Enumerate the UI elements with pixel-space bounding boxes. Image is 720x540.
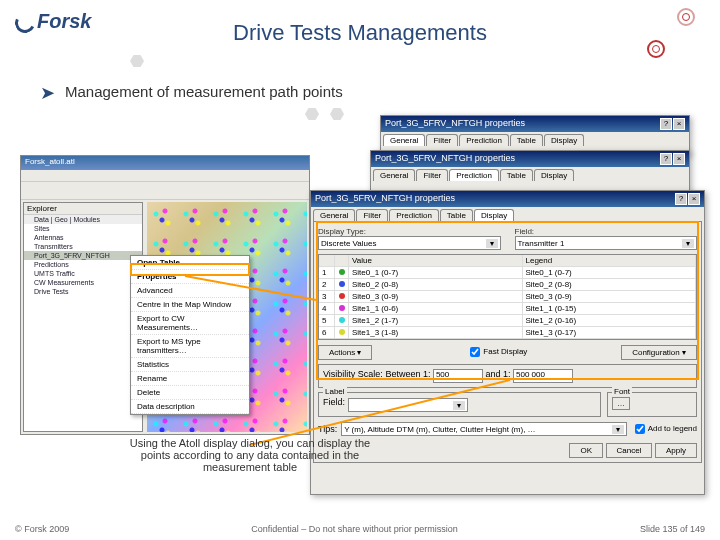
col-legend-header: Legend bbox=[523, 255, 697, 266]
menu-item[interactable]: Open Table bbox=[131, 256, 249, 270]
apply-button[interactable]: Apply bbox=[655, 443, 697, 458]
tab-prediction[interactable]: Prediction bbox=[459, 134, 509, 146]
menu-item[interactable]: Export to MS type transmitters… bbox=[131, 335, 249, 358]
app-toolbar[interactable] bbox=[21, 182, 309, 200]
tab-display[interactable]: Display bbox=[474, 209, 514, 221]
tree-item[interactable]: Drive Tests bbox=[24, 287, 142, 296]
chevron-down-icon[interactable]: ▾ bbox=[682, 239, 694, 248]
app-menubar[interactable] bbox=[21, 170, 309, 182]
tab-filter[interactable]: Filter bbox=[426, 134, 458, 146]
close-icon[interactable]: × bbox=[688, 193, 700, 205]
tree-item-selected[interactable]: Port_3G_5FRV_NFTGH bbox=[24, 251, 142, 260]
ok-button[interactable]: OK bbox=[569, 443, 603, 458]
menu-item[interactable]: Centre in the Map Window bbox=[131, 298, 249, 312]
tree-item[interactable]: Transmitters bbox=[24, 242, 142, 251]
configuration-button[interactable]: Configuration ▾ bbox=[621, 345, 697, 360]
visibility-frame: Visibility Scale: Between 1: 500 and 1: … bbox=[318, 364, 697, 388]
dialog-titlebar[interactable]: Port_3G_5FRV_NFTGH properties ?× bbox=[371, 151, 689, 167]
footer-slide-number: Slide 135 of 149 bbox=[640, 524, 705, 534]
tips-label: Tips: bbox=[318, 424, 337, 434]
row-legend: Site1_1 (0-15) bbox=[523, 303, 697, 314]
properties-dialog-back1: Port_3G_5FRV_NFTGH properties ?× General… bbox=[380, 115, 690, 155]
close-icon[interactable]: × bbox=[673, 153, 685, 165]
scale-max-input[interactable]: 500 000 bbox=[513, 369, 573, 383]
menu-item[interactable]: Delete bbox=[131, 386, 249, 400]
field-combo[interactable]: Transmitter 1▾ bbox=[515, 236, 698, 250]
tab-general[interactable]: General bbox=[383, 134, 425, 146]
chevron-down-icon[interactable]: ▾ bbox=[486, 239, 498, 248]
menu-item[interactable]: Advanced bbox=[131, 284, 249, 298]
tab-display[interactable]: Display bbox=[534, 169, 574, 181]
row-legend: Site1_2 (0-16) bbox=[523, 315, 697, 326]
tab-general[interactable]: General bbox=[373, 169, 415, 181]
add-legend-checkbox[interactable]: Add to legend bbox=[631, 421, 697, 437]
menu-item[interactable]: Statistics bbox=[131, 358, 249, 372]
tab-filter[interactable]: Filter bbox=[416, 169, 448, 181]
dialog-titlebar[interactable]: Port_3G_5FRV_NFTGH properties ?× bbox=[311, 191, 704, 207]
tab-table[interactable]: Table bbox=[510, 134, 543, 146]
tree-item[interactable]: Antennas bbox=[24, 233, 142, 242]
tips-combo[interactable]: Y (m), Altitude DTM (m), Clutter, Clutte… bbox=[341, 422, 626, 436]
tree-item[interactable]: Sites bbox=[24, 224, 142, 233]
label-field-combo[interactable]: ▾ bbox=[348, 398, 468, 412]
tree-item[interactable]: CW Measurements bbox=[24, 278, 142, 287]
menu-item[interactable]: Export to CW Measurements… bbox=[131, 312, 249, 335]
label-frame: Label Field: ▾ bbox=[318, 392, 601, 417]
menu-item[interactable]: Properties bbox=[131, 270, 249, 284]
help-icon[interactable]: ? bbox=[660, 118, 672, 130]
font-group-title: Font bbox=[612, 387, 632, 396]
label-group-title: Label bbox=[323, 387, 347, 396]
section-text: Management of measurement path points bbox=[65, 83, 343, 100]
row-num: 5 bbox=[319, 315, 335, 326]
and-label: and 1: bbox=[485, 369, 510, 379]
explorer-tabs[interactable]: Data | Geo | Modules bbox=[24, 215, 142, 224]
color-swatch bbox=[335, 303, 349, 314]
help-icon[interactable]: ? bbox=[675, 193, 687, 205]
row-num: 3 bbox=[319, 291, 335, 302]
scale-min-input[interactable]: 500 bbox=[433, 369, 483, 383]
color-swatch bbox=[335, 267, 349, 278]
tab-prediction[interactable]: Prediction bbox=[389, 209, 439, 221]
row-value: Site1_2 (1-7) bbox=[349, 315, 523, 326]
dialog-titlebar[interactable]: Port_3G_5FRV_NFTGH properties ?× bbox=[381, 116, 689, 132]
table-row[interactable]: 6Site1_3 (1-8)Site1_3 (0-17) bbox=[319, 327, 696, 339]
combo-value: Y (m), Altitude DTM (m), Clutter, Clutte… bbox=[344, 425, 535, 434]
tab-prediction[interactable]: Prediction bbox=[449, 169, 499, 181]
close-icon[interactable]: × bbox=[673, 118, 685, 130]
table-row[interactable]: 3Site0_3 (0-9)Site0_3 (0-9) bbox=[319, 291, 696, 303]
tab-table[interactable]: Table bbox=[500, 169, 533, 181]
actions-button[interactable]: Actions ▾ bbox=[318, 345, 372, 360]
row-num: 1 bbox=[319, 267, 335, 278]
tree-item[interactable]: UMTS Traffic bbox=[24, 269, 142, 278]
table-row[interactable]: 4Site1_1 (0-6)Site1_1 (0-15) bbox=[319, 303, 696, 315]
font-button[interactable]: … bbox=[612, 397, 630, 410]
table-row[interactable]: 1Site0_1 (0-7)Site0_1 (0-7) bbox=[319, 267, 696, 279]
tab-display[interactable]: Display bbox=[544, 134, 584, 146]
table-row[interactable]: 2Site0_2 (0-8)Site0_2 (0-8) bbox=[319, 279, 696, 291]
field-label: Field: bbox=[515, 227, 535, 236]
menu-item[interactable]: Data description bbox=[131, 400, 249, 414]
combo-value: Transmitter 1 bbox=[518, 239, 565, 248]
combo-value: Discrete Values bbox=[321, 239, 376, 248]
help-icon[interactable]: ? bbox=[660, 153, 672, 165]
tab-general[interactable]: General bbox=[313, 209, 355, 221]
color-swatch bbox=[335, 327, 349, 338]
context-menu: Open Table Properties Advanced Centre in… bbox=[130, 255, 250, 415]
chevron-down-icon[interactable]: ▾ bbox=[612, 425, 624, 434]
row-legend: Site0_1 (0-7) bbox=[523, 267, 697, 278]
fast-display-checkbox[interactable]: Fast Display bbox=[466, 344, 527, 360]
menu-item[interactable]: Rename bbox=[131, 372, 249, 386]
tree-item[interactable]: Predictions bbox=[24, 260, 142, 269]
dialog-title-text: Port_3G_5FRV_NFTGH properties bbox=[375, 153, 515, 165]
cancel-button[interactable]: Cancel bbox=[606, 443, 653, 458]
between-label: Between 1: bbox=[385, 369, 430, 379]
hex-icon bbox=[305, 108, 319, 120]
decor-circle-icon bbox=[647, 40, 665, 58]
display-type-combo[interactable]: Discrete Values▾ bbox=[318, 236, 501, 250]
field2-label: Field: bbox=[323, 397, 345, 407]
table-row[interactable]: 5Site1_2 (1-7)Site1_2 (0-16) bbox=[319, 315, 696, 327]
row-num: 4 bbox=[319, 303, 335, 314]
tab-filter[interactable]: Filter bbox=[356, 209, 388, 221]
tab-table[interactable]: Table bbox=[440, 209, 473, 221]
chevron-down-icon[interactable]: ▾ bbox=[453, 401, 465, 410]
